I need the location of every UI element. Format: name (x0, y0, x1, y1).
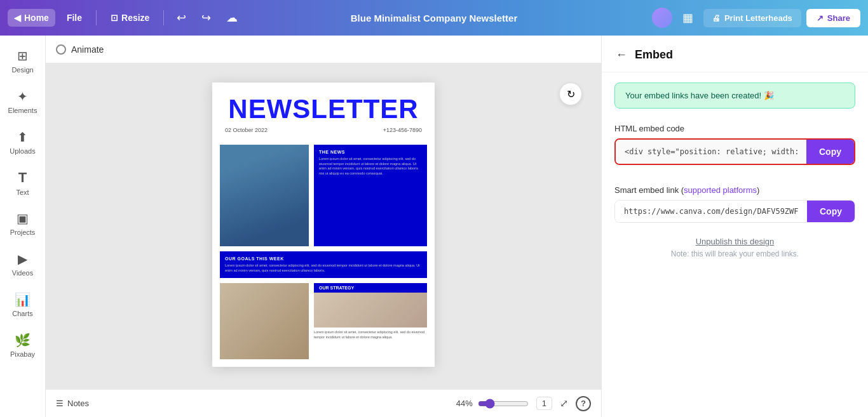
home-button[interactable]: ◀ Home (8, 9, 55, 27)
embed-code-box: Copy (614, 138, 855, 165)
elements-icon: ✦ (17, 89, 28, 104)
newsletter-row-2: OUR STRATEGY Lorem ipsum dolor sit amet,… (220, 283, 427, 359)
newsletter-row-1: THE NEWS Lorem ipsum dolor sit amet, con… (220, 145, 427, 246)
canvas-area: Animate ↻ NEWSLETTER 02 October 2022 +12… (46, 36, 601, 417)
animate-circle-icon (56, 44, 66, 55)
notes-label: Notes (67, 399, 89, 408)
embed-header: ← Embed (602, 36, 868, 72)
rotate-icon: ↻ (567, 88, 575, 100)
embed-link-box: Copy (614, 200, 855, 223)
redo-button[interactable]: ↪ (196, 8, 216, 27)
newsletter-subtitle: 02 October 2022 +123-456-7890 (222, 127, 424, 133)
cloud-save-button[interactable]: ☁ (221, 8, 243, 27)
canvas-scroll[interactable]: ↻ NEWSLETTER 02 October 2022 +123-456-78… (46, 63, 601, 389)
embed-unpublish-section: Unpublish this design Note: this will br… (614, 235, 855, 258)
nav-divider (96, 10, 97, 25)
rotate-button[interactable]: ↻ (559, 83, 582, 105)
videos-icon: ▶ (18, 251, 27, 267)
sidebar-item-label: Design (11, 66, 33, 74)
newsletter-strategy-title: OUR STRATEGY (314, 283, 427, 293)
newsletter-goals-text: Lorem ipsum dolor sit amet, consectetur … (225, 263, 422, 273)
resize-button[interactable]: ⊡ Resize (104, 9, 156, 27)
sidebar-item-label: Projects (10, 228, 36, 236)
file-button[interactable]: File (60, 9, 88, 27)
embed-smart-link-input[interactable] (615, 201, 807, 222)
back-arrow-icon: ← (616, 48, 627, 61)
embed-html-section: HTML embed code Copy (602, 119, 868, 175)
redo-icon: ↪ (201, 11, 211, 25)
undo-button[interactable]: ↩ (172, 8, 191, 27)
newsletter-body: THE NEWS Lorem ipsum dolor sit amet, con… (212, 145, 435, 367)
uploads-icon: ⬆ (17, 129, 28, 145)
text-icon: T (18, 169, 27, 186)
help-button[interactable]: ? (576, 396, 591, 411)
document-title: Blue Minimalist Company Newsletter (351, 13, 518, 23)
animate-label: Animate (71, 44, 104, 55)
sidebar-item-elements[interactable]: ✦ Elements (3, 83, 43, 121)
share-button[interactable]: ↗ Share (806, 9, 860, 27)
sidebar: ⊞ Design ✦ Elements ⬆ Uploads T Text ▣ P… (0, 36, 46, 417)
newsletter-goals-title: OUR GOALS THIS WEEK (225, 256, 422, 261)
sidebar-item-projects[interactable]: ▣ Projects (3, 204, 43, 242)
charts-icon: 📊 (15, 292, 31, 307)
newsletter-news-box: THE NEWS Lorem ipsum dolor sit amet, con… (314, 145, 427, 246)
newsletter-preview: NEWSLETTER 02 October 2022 +123-456-7890… (212, 83, 435, 367)
sidebar-item-videos[interactable]: ▶ Videos (3, 245, 43, 283)
page-number: 1 (542, 399, 546, 408)
chart-icon-button[interactable]: ▦ (677, 8, 698, 27)
success-text: Your embed links have been created! 🎉 (625, 91, 774, 100)
embed-back-button[interactable]: ← (614, 47, 628, 63)
supported-platforms-link[interactable]: supported platforms (684, 185, 757, 195)
help-icon: ? (581, 399, 586, 408)
design-icon: ⊞ (17, 48, 28, 63)
newsletter-date: 02 October 2022 (225, 127, 268, 133)
sidebar-item-pixabay[interactable]: 🌿 Pixabay (3, 326, 43, 364)
newsletter-news-text: Lorem ipsum dolor sit amet, consectetur … (319, 157, 422, 176)
sidebar-item-charts[interactable]: 📊 Charts (3, 286, 43, 324)
sidebar-item-text[interactable]: T Text (3, 164, 43, 202)
unpublish-link[interactable]: Unpublish this design (696, 237, 775, 246)
embed-success-message: Your embed links have been created! 🎉 (614, 83, 855, 109)
chart-icon: ▦ (682, 11, 693, 25)
sidebar-item-design[interactable]: ⊞ Design (3, 42, 43, 80)
bottom-bar: ☰ Notes 44% 1 ⤢ ? (46, 389, 601, 417)
embed-html-copy-button[interactable]: Copy (806, 140, 854, 164)
newsletter-phone: +123-456-7890 (383, 127, 422, 133)
expand-button[interactable]: ⤢ (560, 397, 568, 409)
newsletter-strategy-image (314, 293, 427, 328)
embed-html-input[interactable] (616, 140, 806, 164)
embed-smart-copy-button[interactable]: Copy (807, 201, 855, 222)
top-navigation: ◀ Home File ⊡ Resize ↩ ↪ ☁ Blue Minimali… (0, 0, 868, 36)
sidebar-item-label: Videos (12, 269, 33, 277)
notes-icon: ☰ (56, 399, 64, 408)
sidebar-item-label: Charts (12, 310, 32, 317)
notes-button[interactable]: ☰ Notes (56, 399, 89, 408)
nav-right-section: ▦ 🖨 Print Letterheads ↗ Share (652, 8, 860, 28)
projects-icon: ▣ (17, 211, 29, 226)
sidebar-item-uploads[interactable]: ⬆ Uploads (3, 123, 43, 161)
undo-icon: ↩ (177, 11, 186, 25)
sidebar-item-label: Uploads (10, 147, 35, 155)
share-icon: ↗ (817, 13, 824, 23)
sidebar-item-label: Elements (8, 107, 37, 114)
zoom-slider[interactable] (478, 399, 529, 409)
newsletter-building-image (220, 145, 309, 246)
print-icon: 🖨 (712, 13, 721, 23)
print-letterheads-button[interactable]: 🖨 Print Letterheads (703, 9, 801, 27)
embed-panel: ← Embed Your embed links have been creat… (601, 36, 868, 417)
sidebar-item-label: Text (16, 189, 29, 196)
newsletter-header: NEWSLETTER 02 October 2022 +123-456-7890 (212, 83, 435, 140)
cloud-icon: ☁ (226, 11, 238, 25)
main-layout: ⊞ Design ✦ Elements ⬆ Uploads T Text ▣ P… (0, 36, 868, 417)
animate-bar: Animate (46, 36, 601, 63)
resize-icon: ⊡ (111, 13, 118, 23)
avatar[interactable] (652, 8, 672, 28)
newsletter-title: NEWSLETTER (222, 94, 424, 124)
newsletter-team-image (220, 283, 309, 359)
zoom-control: 44% (456, 399, 529, 409)
newsletter-strategy-box: OUR STRATEGY Lorem ipsum dolor sit amet,… (314, 283, 427, 359)
newsletter-news-title: THE NEWS (319, 150, 422, 154)
expand-icon: ⤢ (560, 398, 568, 409)
embed-html-label: HTML embed code (614, 124, 855, 133)
embed-smart-label: Smart embed link (supported platforms) (614, 185, 855, 195)
